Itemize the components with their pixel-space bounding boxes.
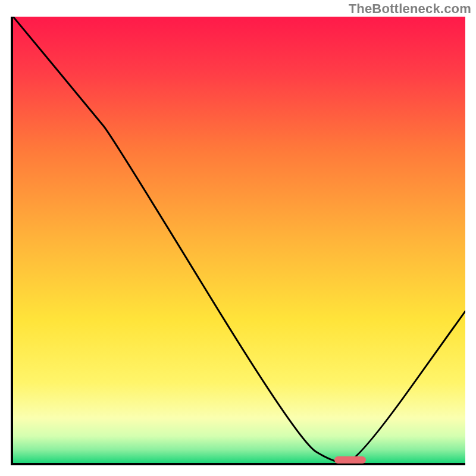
bottleneck-chart: TheBottleneck.com bbox=[0, 0, 476, 476]
optimal-range-marker bbox=[334, 456, 366, 464]
bottleneck-curve-path bbox=[13, 17, 465, 463]
watermark-text: TheBottleneck.com bbox=[349, 1, 471, 17]
curve-layer bbox=[13, 17, 465, 463]
plot-area bbox=[11, 17, 465, 465]
